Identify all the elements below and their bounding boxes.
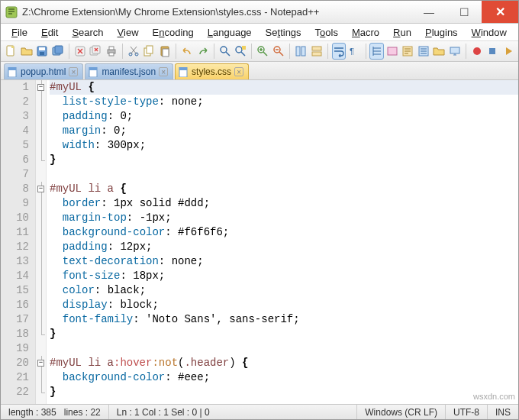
code-content[interactable]: #myUL { list-style-type: none; padding: … xyxy=(47,80,518,404)
zoom-in-icon[interactable] xyxy=(256,43,269,60)
fold-column[interactable]: −−− xyxy=(36,80,47,404)
svg-rect-4 xyxy=(39,47,45,50)
toolbar-separator xyxy=(466,44,466,59)
editor-area[interactable]: 12345678910111213141516171819202122 −−− … xyxy=(1,80,518,404)
svg-rect-19 xyxy=(163,49,169,57)
tab-styles-css[interactable]: styles.css × xyxy=(175,63,249,79)
svg-rect-30 xyxy=(388,47,397,55)
redo-icon[interactable] xyxy=(195,43,209,60)
svg-point-34 xyxy=(473,47,481,55)
maximize-button[interactable]: ☐ xyxy=(446,1,482,23)
toolbar: ¶ xyxy=(1,40,518,62)
toolbar-separator xyxy=(69,44,69,59)
svg-rect-13 xyxy=(109,53,114,56)
menu-bar: File Edit Search View Encoding Language … xyxy=(1,24,518,40)
menu-macro[interactable]: Macro xyxy=(346,26,385,39)
toolbar-separator xyxy=(327,44,328,59)
toolbar-separator xyxy=(251,44,252,59)
status-eol[interactable]: Windows (CR LF) xyxy=(357,405,446,419)
toolbar-separator xyxy=(366,44,366,59)
func-list-icon[interactable] xyxy=(417,43,430,60)
svg-rect-25 xyxy=(296,47,300,56)
close-file-icon[interactable] xyxy=(73,43,87,60)
paste-icon[interactable] xyxy=(158,43,172,60)
tab-bar: popup.html × manifest.json × styles.css … xyxy=(1,62,518,80)
close-icon[interactable]: × xyxy=(234,67,243,76)
menu-search[interactable]: Search xyxy=(66,26,109,39)
svg-rect-22 xyxy=(242,46,246,50)
svg-rect-33 xyxy=(450,47,459,53)
close-icon[interactable]: × xyxy=(159,67,168,76)
menu-language[interactable]: Language xyxy=(201,26,258,39)
tab-popup-html[interactable]: popup.html × xyxy=(4,63,83,79)
save-all-icon[interactable] xyxy=(50,43,64,60)
stop-macro-icon[interactable] xyxy=(485,43,499,60)
play-macro-icon[interactable] xyxy=(501,43,515,60)
toolbar-separator xyxy=(214,44,214,59)
file-icon xyxy=(8,67,18,77)
app-icon xyxy=(5,6,18,18)
record-macro-icon[interactable] xyxy=(470,43,484,60)
svg-rect-37 xyxy=(8,67,16,70)
svg-rect-39 xyxy=(89,67,97,70)
cut-icon[interactable] xyxy=(127,43,140,60)
status-bar: length : 385 lines : 22 Ln : 1 Col : 1 S… xyxy=(1,404,518,419)
close-all-icon[interactable] xyxy=(89,43,102,60)
find-icon[interactable] xyxy=(218,43,232,60)
svg-point-20 xyxy=(221,47,227,53)
show-all-chars-icon[interactable]: ¶ xyxy=(347,43,361,60)
toolbar-separator xyxy=(176,44,176,59)
menu-settings[interactable]: Settings xyxy=(260,26,308,39)
svg-rect-41 xyxy=(179,67,187,70)
sync-v-icon[interactable] xyxy=(294,43,308,60)
menu-run[interactable]: Run xyxy=(387,26,417,39)
undo-icon[interactable] xyxy=(180,43,194,60)
status-encoding[interactable]: UTF-8 xyxy=(446,405,488,419)
tab-label: styles.css xyxy=(192,66,231,77)
tab-label: manifest.json xyxy=(102,66,156,77)
svg-rect-5 xyxy=(40,52,44,55)
title-bar: Z:\Chrome Extension\My Chrome Extension\… xyxy=(1,1,518,24)
monitor-icon[interactable] xyxy=(448,43,462,60)
toolbar-separator xyxy=(122,44,123,59)
svg-rect-27 xyxy=(312,47,321,50)
indent-guide-icon[interactable] xyxy=(369,43,383,60)
window-title: Z:\Chrome Extension\My Chrome Extension\… xyxy=(22,6,411,18)
menu-plugins[interactable]: Plugins xyxy=(419,26,464,39)
sync-h-icon[interactable] xyxy=(309,43,323,60)
svg-rect-17 xyxy=(147,46,153,53)
new-file-icon[interactable] xyxy=(4,43,18,60)
doc-map-icon[interactable] xyxy=(401,43,414,60)
wordwrap-icon[interactable] xyxy=(332,43,346,60)
menu-file[interactable]: File xyxy=(5,26,34,39)
svg-rect-12 xyxy=(109,47,114,50)
open-file-icon[interactable] xyxy=(19,43,33,60)
copy-icon[interactable] xyxy=(142,43,156,60)
menu-edit[interactable]: Edit xyxy=(35,26,64,39)
menu-view[interactable]: View xyxy=(111,26,145,39)
line-number-gutter: 12345678910111213141516171819202122 xyxy=(1,80,36,404)
folder-icon[interactable] xyxy=(432,43,446,60)
status-position: Ln : 1 Col : 1 Sel : 0 | 0 xyxy=(109,405,358,419)
file-icon xyxy=(89,67,98,77)
user-lang-icon[interactable] xyxy=(385,43,399,60)
save-icon[interactable] xyxy=(35,43,49,60)
close-icon[interactable]: × xyxy=(69,67,78,76)
close-button[interactable]: ✕ xyxy=(482,1,518,23)
menu-encoding[interactable]: Encoding xyxy=(147,26,200,39)
print-icon[interactable] xyxy=(104,43,118,60)
svg-text:¶: ¶ xyxy=(350,47,354,56)
svg-point-21 xyxy=(236,47,242,53)
tab-manifest-json[interactable]: manifest.json × xyxy=(85,63,173,79)
status-insert-mode[interactable]: INS xyxy=(488,405,518,419)
tab-label: popup.html xyxy=(21,66,66,77)
replace-icon[interactable] xyxy=(234,43,247,60)
minimize-button[interactable]: — xyxy=(411,1,446,23)
svg-rect-2 xyxy=(11,46,14,48)
watermark: wsxdn.com xyxy=(473,392,515,401)
menu-help[interactable]: ? xyxy=(514,26,519,39)
zoom-out-icon[interactable] xyxy=(272,43,285,60)
svg-rect-26 xyxy=(301,47,305,56)
menu-window[interactable]: Window xyxy=(466,26,513,39)
menu-tools[interactable]: Tools xyxy=(309,26,344,39)
